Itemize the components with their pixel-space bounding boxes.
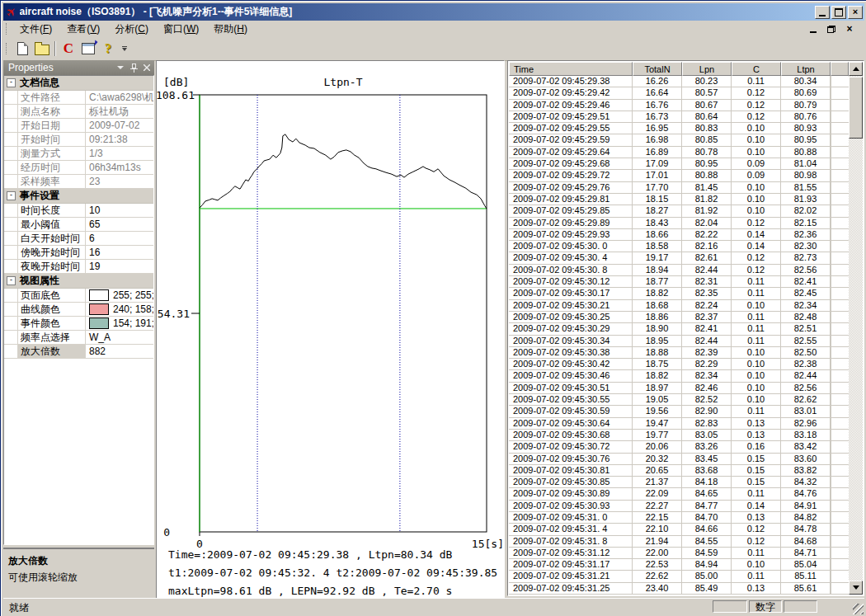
property-value[interactable]: 栎社机场 <box>86 105 153 119</box>
property-row[interactable]: 时间长度10 <box>4 204 153 218</box>
property-value[interactable]: 240; 158; 158 <box>86 303 153 315</box>
analysis-button[interactable]: C <box>59 40 78 58</box>
table-row[interactable]: 2009-07-02 09:45:30.3818.8882.390.1082.5… <box>509 347 849 359</box>
table-row[interactable]: 2009-07-02 09:45:29.8518.2781.920.1082.0… <box>509 205 849 217</box>
property-row[interactable]: 开始日期2009-07-02 <box>4 119 153 133</box>
property-value[interactable]: 6 <box>86 233 153 244</box>
column-header-time[interactable]: Time <box>509 62 633 76</box>
table-row[interactable]: 2009-07-02 09:45:30.4218.7582.290.1082.3… <box>509 359 849 370</box>
property-row[interactable]: 经历时间06h34m13s <box>4 161 153 175</box>
collapse-minus-icon[interactable]: - <box>7 276 16 285</box>
property-row[interactable]: 放大倍数882 <box>4 345 153 359</box>
table-row[interactable]: 2009-07-02 09:45:29.5516.9580.830.1080.9… <box>509 123 849 134</box>
table-row[interactable]: 2009-07-02 09:45:30.2118.6882.240.1082.3… <box>509 300 849 312</box>
table-row[interactable]: 2009-07-02 09:45:31. 022.1584.700.1384.8… <box>509 512 849 524</box>
table-row[interactable]: 2009-07-02 09:45:30.2518.8682.370.1182.4… <box>509 312 849 323</box>
menu-item-V[interactable]: 查看(V) <box>59 21 107 38</box>
scroll-up-button[interactable] <box>849 62 863 76</box>
property-value[interactable]: 154; 191; 185 <box>86 317 153 329</box>
table-row[interactable]: 2009-07-02 09:45:31.1722.5384.940.1085.0… <box>509 559 849 571</box>
table-row[interactable]: 2009-07-02 09:45:30.6419.4782.830.1382.9… <box>509 418 849 430</box>
close-button[interactable]: × <box>848 6 863 19</box>
property-value[interactable]: 19 <box>86 261 153 272</box>
property-value[interactable]: W_A <box>86 332 153 343</box>
table-row[interactable]: 2009-07-02 09:45:29.4216.6480.570.1280.6… <box>509 87 849 99</box>
property-value[interactable]: C:\awa6298\机场 <box>86 91 153 105</box>
table-row[interactable]: 2009-07-02 09:45:31. 422.1084.660.1284.7… <box>509 524 849 535</box>
mdi-restore-button[interactable] <box>825 24 838 35</box>
scrollbar-thumb[interactable] <box>849 77 863 139</box>
table-row[interactable]: 2009-07-02 09:45:30.1718.8282.350.1182.4… <box>509 288 849 299</box>
column-header-c[interactable]: C <box>732 62 781 76</box>
table-row[interactable]: 2009-07-02 09:45:29.8918.4382.040.1282.1… <box>509 218 849 229</box>
property-row[interactable]: 事件颜色154; 191; 185 <box>4 317 153 331</box>
property-value[interactable]: 882 <box>86 346 153 357</box>
table-row[interactable]: 2009-07-02 09:45:29.5116.7380.640.1280.7… <box>509 111 849 123</box>
property-row[interactable]: 采样频率23 <box>4 175 153 189</box>
resize-grip[interactable] <box>853 604 864 614</box>
table-row[interactable]: 2009-07-02 09:45:29.7217.0180.880.0980.9… <box>509 170 849 181</box>
property-row[interactable]: 开始时间09:21:38 <box>4 133 153 147</box>
table-row[interactable]: 2009-07-02 09:45:29.6817.0980.950.0981.0… <box>509 158 849 170</box>
property-value[interactable]: 2009-07-02 <box>86 120 153 131</box>
help-button[interactable]: ? <box>98 40 118 58</box>
table-row[interactable]: 2009-07-02 09:45:31.2523.4085.490.1385.6… <box>509 583 849 595</box>
table-row[interactable]: 2009-07-02 09:45:31.2122.6285.000.1185.1… <box>509 571 849 582</box>
property-value[interactable]: 16 <box>86 247 153 258</box>
ltpn-chart[interactable]: [dB] Ltpn-T 108.61 54.31 0 0 15[s] Time=… <box>157 61 504 598</box>
property-value[interactable]: 06h34m13s <box>86 162 153 173</box>
property-value[interactable]: 1/3 <box>86 148 153 159</box>
table-row[interactable]: 2009-07-02 09:45:30. 818.9482.440.1282.5… <box>509 265 849 276</box>
table-row[interactable]: 2009-07-02 09:45:30.7220.0683.260.1683.4… <box>509 441 849 453</box>
title-bar[interactable]: ✈ aircraft noise（ISO3891） - [飞机噪声分析1--事件… <box>3 3 864 21</box>
toolbar-overflow-button[interactable] <box>120 40 129 58</box>
table-row[interactable]: 2009-07-02 09:45:29.8118.1581.820.1081.9… <box>509 194 849 205</box>
column-header-ltpn[interactable]: Ltpn <box>781 62 831 76</box>
property-row[interactable]: 测点名称栎社机场 <box>4 105 153 119</box>
table-row[interactable]: 2009-07-02 09:45:30.5519.0582.520.1082.6… <box>509 394 849 406</box>
pin-icon[interactable] <box>130 63 138 73</box>
table-row[interactable]: 2009-07-02 09:45:30.5919.5682.900.1183.0… <box>509 406 849 417</box>
menu-item-F[interactable]: 文件(F) <box>12 21 59 38</box>
property-value[interactable]: 255; 255; 255 <box>86 289 153 301</box>
property-row[interactable]: 傍晚开始时间16 <box>4 246 153 260</box>
table-row[interactable]: 2009-07-02 09:45:30.1218.7782.310.1182.4… <box>509 276 849 288</box>
mdi-minimize-button[interactable] <box>807 24 820 35</box>
table-row[interactable]: 2009-07-02 09:45:30.5118.9782.460.1082.5… <box>509 383 849 394</box>
table-row[interactable]: 2009-07-02 09:45:30.3418.9582.440.1182.5… <box>509 336 849 347</box>
property-row[interactable]: 最小阈值65 <box>4 218 153 232</box>
property-value[interactable]: 23 <box>86 176 153 187</box>
property-row[interactable]: 文件路径C:\awa6298\机场 <box>4 91 153 105</box>
table-row[interactable]: 2009-07-02 09:45:29.5916.9880.850.1080.9… <box>509 134 849 146</box>
close-icon[interactable] <box>144 64 150 71</box>
scroll-down-button[interactable] <box>849 581 863 595</box>
pg-section-header[interactable]: -事件设置 <box>4 189 153 204</box>
menu-item-H[interactable]: 帮助(H) <box>206 21 255 38</box>
table-row[interactable]: 2009-07-02 09:45:30.4618.8282.340.1082.4… <box>509 370 849 382</box>
collapse-minus-icon[interactable]: - <box>7 191 16 200</box>
collapse-minus-icon[interactable]: - <box>7 78 16 87</box>
property-value[interactable]: 09:21:38 <box>86 134 153 145</box>
column-header-lpn[interactable]: Lpn <box>682 62 732 76</box>
property-row[interactable]: 夜晚开始时间19 <box>4 260 153 274</box>
table-row[interactable]: 2009-07-02 09:45:29.9318.6682.220.1482.3… <box>509 229 849 241</box>
property-row[interactable]: 测量方式1/3 <box>4 147 153 161</box>
property-row[interactable]: 页面底色255; 255; 255 <box>4 289 153 303</box>
table-row[interactable]: 2009-07-02 09:45:30.7620.3283.450.1583.6… <box>509 454 849 465</box>
table-row[interactable]: 2009-07-02 09:45:29.4616.7680.670.1280.7… <box>509 100 849 111</box>
table-row[interactable]: 2009-07-02 09:45:30.8922.0984.650.1184.7… <box>509 488 849 500</box>
property-row[interactable]: 频率点选择W_A <box>4 331 153 345</box>
new-document-button[interactable] <box>12 40 32 58</box>
table-row[interactable]: 2009-07-02 09:45:31. 821.9484.550.1284.6… <box>509 536 849 548</box>
property-value[interactable]: 10 <box>86 205 153 216</box>
table-row[interactable]: 2009-07-02 09:45:30. 419.1782.610.1282.7… <box>509 252 849 264</box>
property-row[interactable]: 白天开始时间6 <box>4 232 153 246</box>
property-value[interactable]: 65 <box>86 219 153 230</box>
table-row[interactable]: 2009-07-02 09:45:30.8521.3784.180.1584.3… <box>509 477 849 488</box>
table-row[interactable]: 2009-07-02 09:45:31.1222.0084.590.1184.7… <box>509 548 849 559</box>
table-scrollbar[interactable] <box>849 62 863 595</box>
minimize-button[interactable] <box>815 6 830 19</box>
table-row[interactable]: 2009-07-02 09:45:30.6819.7783.050.1383.1… <box>509 430 849 441</box>
properties-button[interactable] <box>78 40 98 58</box>
scrollbar-track[interactable] <box>849 76 863 581</box>
